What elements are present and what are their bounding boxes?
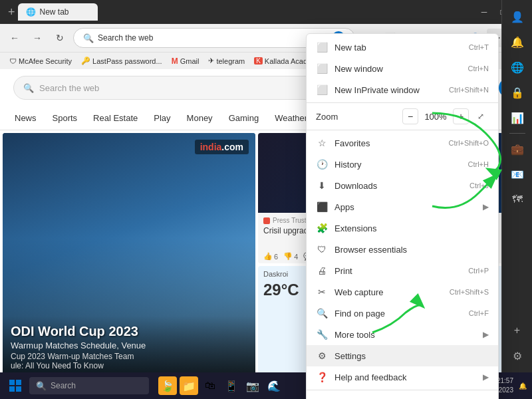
- menu-divider-1: [307, 102, 498, 103]
- sidebar-email-icon[interactable]: 📧: [506, 163, 529, 186]
- sidebar-briefcase-icon[interactable]: 💼: [506, 138, 529, 160]
- new-window-icon: ⬜: [316, 63, 328, 74]
- taskbar-edge[interactable]: 🌊: [265, 376, 283, 395]
- nav-tab-gaming[interactable]: Gaming: [221, 109, 267, 127]
- search-icon: 🔍: [83, 33, 94, 43]
- browser-essentials-label: Browser essentials: [334, 245, 489, 255]
- like-action[interactable]: 👍 6: [263, 252, 278, 261]
- taskbar-apps-icon[interactable]: 🍃: [158, 376, 177, 395]
- sidebar-chart-icon[interactable]: 📊: [506, 106, 529, 129]
- nav-tab-realestate[interactable]: Real Estate: [85, 109, 146, 127]
- refresh-button[interactable]: ↻: [51, 29, 69, 47]
- bookmark-gmail[interactable]: M Gmail: [168, 55, 203, 67]
- sidebar-bell-icon[interactable]: 🔔: [506, 31, 529, 53]
- gmail-icon: M: [172, 57, 178, 66]
- nav-tab-news[interactable]: News: [7, 109, 45, 127]
- tab-label: New tab: [40, 7, 69, 17]
- bookmark-telegram[interactable]: ✈ telegram: [204, 55, 249, 66]
- apps-label: Apps: [334, 202, 476, 212]
- menu-history[interactable]: 🕐 History Ctrl+H: [307, 154, 498, 175]
- sidebar-plus-icon[interactable]: +: [506, 319, 529, 342]
- sidebar-map-icon[interactable]: 🗺: [506, 188, 529, 211]
- settings-label: Settings: [334, 351, 489, 361]
- main-news-body: Cup 2023 Warm-up Matches Teamule: All Yo…: [11, 352, 247, 370]
- new-tab-label: New tab: [334, 43, 462, 53]
- web-capture-label: Web capture: [334, 287, 443, 297]
- telegram-icon: ✈: [208, 57, 214, 65]
- mcafee-icon: 🛡: [9, 57, 17, 65]
- history-shortcut: Ctrl+H: [468, 160, 489, 168]
- address-text: Search the web: [98, 33, 328, 43]
- menu-web-capture[interactable]: ✂ Web capture Ctrl+Shift+S: [307, 281, 498, 303]
- edge-sidebar: 👤 🔔 🌐 🔒 📊 💼 📧 🗺 + ⚙: [501, 0, 532, 372]
- browser-essentials-icon: 🛡: [316, 243, 328, 255]
- find-menu-icon: 🔍: [316, 307, 328, 319]
- nav-tab-play[interactable]: Play: [146, 109, 178, 127]
- kallada-icon: K: [254, 57, 263, 65]
- menu-close-edge[interactable]: ✕ Close Microsoft Edge: [307, 392, 498, 399]
- zoom-control: Zoom − 100% + ⤢: [307, 105, 498, 128]
- bookmark-lastpass[interactable]: 🔑 LastPass password...: [77, 55, 166, 66]
- zoom-minus-button[interactable]: −: [402, 108, 418, 124]
- web-capture-shortcut: Ctrl+Shift+S: [450, 288, 489, 296]
- sidebar-lock-icon[interactable]: 🔒: [506, 81, 529, 104]
- menu-favorites[interactable]: ☆ Favorites Ctrl+Shift+O: [307, 132, 498, 154]
- taskbar-apps: 🍃 📁 🛍 📱 📷 🌊: [158, 376, 283, 395]
- sidebar-profile-icon[interactable]: 👤: [506, 5, 529, 28]
- menu-help[interactable]: ❓ Help and feedback ▶: [307, 366, 498, 388]
- search-box-text: Search the web: [39, 83, 99, 93]
- main-news-subheadline: Warmup Matches Schedule, Venue: [11, 340, 247, 350]
- sidebar-globe-icon[interactable]: 🌐: [506, 56, 529, 78]
- svg-rect-2: [9, 386, 15, 392]
- menu-browser-essentials[interactable]: 🛡 Browser essentials: [307, 239, 498, 260]
- menu-find[interactable]: 🔍 Find on page Ctrl+F: [307, 303, 498, 324]
- taskbar-search[interactable]: 🔍 Search: [29, 377, 149, 394]
- india-logo: india.com: [195, 140, 249, 154]
- zoom-expand-button[interactable]: ⤢: [473, 108, 489, 124]
- new-tab-add-button[interactable]: +: [8, 5, 15, 19]
- taskbar-app5[interactable]: 📷: [243, 376, 262, 395]
- find-label: Find on page: [334, 309, 462, 319]
- menu-settings[interactable]: ⚙ Settings: [307, 345, 498, 366]
- forward-button[interactable]: →: [28, 29, 47, 47]
- help-label: Help and feedback: [334, 372, 476, 382]
- menu-downloads[interactable]: ⬇ Downloads Ctrl+J: [307, 175, 498, 196]
- back-button[interactable]: ←: [5, 29, 24, 47]
- web-capture-icon: ✂: [316, 286, 328, 298]
- favorites-label: Favorites: [334, 138, 442, 148]
- taskbar-store[interactable]: 🛍: [201, 376, 219, 395]
- main-news-headline: ODI World Cup 2023: [11, 324, 247, 339]
- menu-divider-2: [307, 130, 498, 130]
- history-label: History: [334, 160, 462, 170]
- menu-extensions[interactable]: 🧩 Extensions: [307, 217, 498, 239]
- svg-rect-0: [9, 380, 15, 385]
- browser-frame: + 🌐 New tab ─ □ ✕ ← → ↻ 🔍 Search the web…: [0, 0, 532, 399]
- tab-bar: + 🌐 New tab ─ □ ✕: [0, 0, 532, 24]
- zoom-plus-button[interactable]: +: [453, 108, 469, 124]
- new-window-label: New window: [334, 64, 462, 74]
- menu-more-tools[interactable]: 🔧 More tools ▶: [307, 324, 498, 345]
- nav-tab-money[interactable]: Money: [179, 109, 221, 127]
- menu-new-tab[interactable]: ⬜ New tab Ctrl+T: [307, 37, 498, 58]
- start-button[interactable]: [5, 376, 25, 396]
- bookmark-mcafee[interactable]: 🛡 McAfee Security: [5, 56, 76, 66]
- help-arrow: ▶: [483, 372, 489, 382]
- svg-rect-3: [16, 386, 21, 392]
- help-menu-icon: ❓: [316, 371, 328, 383]
- print-shortcut: Ctrl+P: [468, 267, 489, 275]
- minimize-button[interactable]: ─: [479, 7, 489, 17]
- sidebar-settings-icon[interactable]: ⚙: [506, 344, 529, 367]
- taskbar-file-manager[interactable]: 📁: [180, 376, 198, 395]
- downloads-label: Downloads: [334, 181, 463, 191]
- dislike-action[interactable]: 👎 4: [283, 252, 298, 261]
- active-tab[interactable]: 🌐 New tab: [18, 3, 98, 21]
- tab-icon: 🌐: [26, 7, 36, 17]
- menu-apps[interactable]: ⬛ Apps ▶: [307, 196, 498, 217]
- extensions-label: Extensions: [334, 223, 489, 233]
- menu-new-window[interactable]: ⬜ New window Ctrl+N: [307, 58, 498, 79]
- menu-inprivate[interactable]: ⬜ New InPrivate window Ctrl+Shift+N: [307, 79, 498, 100]
- nav-tab-sports[interactable]: Sports: [45, 109, 86, 127]
- taskbar-whatsapp[interactable]: 📱: [222, 376, 241, 395]
- main-news-card[interactable]: india.com ODI World Cup 2023 Warmup Matc…: [3, 133, 255, 396]
- menu-print[interactable]: 🖨 Print Ctrl+P: [307, 260, 498, 281]
